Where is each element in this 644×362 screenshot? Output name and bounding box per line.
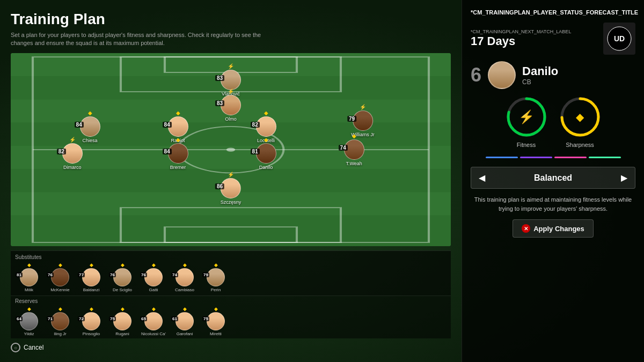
bench-player-icon: ◆ [183,306,187,312]
days-count: 17 Days [471,34,571,48]
bench-name: Iling Jr [54,331,67,336]
team-badge-svg: UD [606,25,633,52]
bench-player[interactable]: ◆64Yildiz [15,306,43,336]
fitness-label: Fitness [517,142,536,148]
player-name: Olmo [225,116,237,122]
sharpness-circle: ◆ Sharpness [559,95,602,148]
player-icon: ⚡ [228,88,234,94]
bench-player[interactable]: ◆76McKennie [46,262,74,292]
pitch-player[interactable]: ◆84Chiesa [80,110,100,143]
player-icon: ◆ [88,110,92,116]
reserves-label: Reserves [15,298,447,304]
bench-player[interactable]: ◆75Miretti [202,306,230,336]
cancel-button[interactable]: ○ Cancel [11,338,451,357]
bench-name: McKennie [50,287,70,292]
player-rating: 83 [215,100,224,106]
bench-avatar [82,312,100,330]
bench-player-icon: ◆ [214,306,218,312]
bench-player[interactable]: ◆81Milik [15,262,43,292]
next-label: *CM_TRAININGPLAN_NEXT_MATCH_LABEL [471,29,571,34]
player-name: Dimarco [63,165,82,170]
bench-player[interactable]: ◆79Perin [202,262,230,292]
bench-player[interactable]: ◆75Rugani [108,306,136,336]
player-icon: ◆ [264,137,268,143]
player-rating: 84 [163,149,172,154]
substitutes-row: ◆81Milik◆76McKennie◆77Baldanzi◆76De Scig… [15,262,447,292]
bench-player[interactable]: ◆77Baldanzi [77,262,105,292]
player-name: T.Weah [346,161,362,166]
bench-player-icon: ◆ [121,262,125,268]
bench-name: Baldanzi [83,287,100,292]
player-rating: 84 [75,122,84,128]
bench-avatar [207,268,225,286]
bench-player-icon: ◆ [90,262,93,268]
bench-avatar [175,312,194,330]
player-icon: ◆ [176,110,180,116]
pitch-player[interactable]: ⚡82Dimarco [62,137,83,170]
pitch-player[interactable]: ⚡79Williams Jr [351,104,375,137]
prev-plan-arrow[interactable]: ◀ [479,173,485,183]
bench-name: De Sciglio [113,287,132,292]
player-rating: 83 [215,75,224,81]
bench-rating: 79 [202,272,209,277]
bench-name: Cambiaso [175,287,194,292]
bench-name: Milik [25,287,33,292]
player-rating: 82 [57,149,66,154]
sharpness-label: Sharpness [566,142,594,148]
pitch-player[interactable]: ◆81Danilo [256,137,276,170]
page-subtitle: Set a plan for your players to adjust pl… [11,31,268,48]
bench-player-icon: ◆ [58,262,62,268]
fitness-icon-inner: ⚡ [518,109,535,124]
apply-x-icon: ✕ [522,224,530,233]
player-avatar [488,61,516,89]
pitch-player[interactable]: ⚡86Szczęsny [221,172,241,205]
bench-avatar [51,268,69,286]
bench-player[interactable]: ◆72Pinsoglio [77,306,105,336]
bench-player-icon: ◆ [214,262,218,268]
bench-player-icon: ◆ [152,306,156,312]
balanced-selector[interactable]: ◀ Balanced ▶ [471,167,635,189]
player-name: Danilo [259,165,273,170]
bench-rating: 75 [202,316,209,321]
bench-rating: 76 [109,272,116,277]
bench-name: Yildiz [24,331,34,336]
bench-name: Perin [211,287,221,292]
player-rating: 84 [163,122,172,128]
bench-rating: 71 [47,316,54,321]
player-rating: 79 [347,116,356,122]
pitch-player[interactable]: ⚡83Olmo [221,88,241,122]
next-plan-arrow[interactable]: ▶ [621,173,627,183]
bench-player[interactable]: ◆71Iling Jr [46,306,74,336]
svg-rect-8 [11,215,451,246]
bench-player-icon: ◆ [58,306,62,312]
bench-player[interactable]: ◆76Gatti [140,262,167,292]
bench-player-icon: ◆ [27,306,31,312]
player-number: 6 [471,64,481,86]
legend-bar-4 [589,157,621,158]
apply-changes-button[interactable]: ✕ Apply Changes [513,219,594,238]
player-rating: 81 [251,149,260,154]
player-rating: 82 [251,122,260,128]
player-icon: ◆ [264,110,268,116]
substitutes-label: Substitutes [15,254,447,260]
bench-rating: 64 [16,316,23,321]
bench-avatar [113,268,131,286]
pitch-player[interactable]: ◆84Bremer [168,137,188,170]
bench-player[interactable]: ◆74Cambiaso [171,262,199,292]
bench-name: Pinsoglio [83,331,100,336]
reserves-row: ◆64Yildiz◆71Iling Jr◆72Pinsoglio◆75Rugan… [15,306,447,336]
stat-circles: ⚡ Fitness ◆ Sharpness [471,95,635,148]
bench-player[interactable]: ◆61Garofani [171,306,199,336]
player-name: Danilo [522,64,558,78]
bench-player[interactable]: ◆76De Sciglio [108,262,136,292]
bench-avatar [207,312,225,330]
legend-bars [471,157,635,158]
pitch-player[interactable]: ◆74T.Weah [344,133,364,166]
bench-player[interactable]: ◆65Nicolussi Ca' [140,306,167,336]
bench-rating: 74 [171,272,178,277]
bench-player-icon: ◆ [183,262,187,268]
bench-player-icon: ◆ [121,306,125,312]
legend-bar-1 [486,157,518,158]
player-icon: ◆ [352,133,356,139]
bench-player-icon: ◆ [27,262,31,268]
